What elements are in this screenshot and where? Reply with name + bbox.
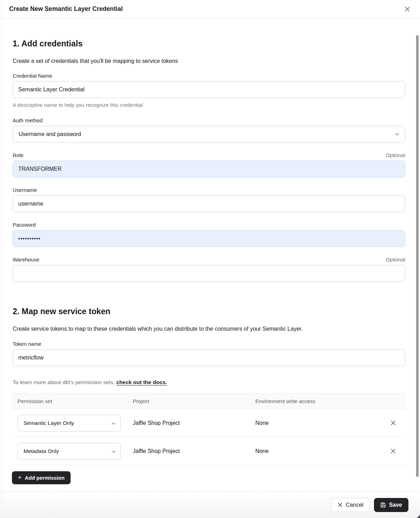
table-row: Semantic Layer Only Jaffle Shop Project … <box>13 409 405 437</box>
chevron-down-icon <box>395 133 399 136</box>
username-input[interactable] <box>13 195 405 212</box>
header-project: Project <box>128 398 250 404</box>
add-permission-label: Add permission <box>25 475 65 481</box>
docs-note: To learn more about dbt's permission set… <box>13 379 405 386</box>
remove-permission-button[interactable] <box>388 418 398 428</box>
environment-write-access-cell: None <box>250 420 381 426</box>
remove-permission-button[interactable] <box>388 446 398 456</box>
credential-name-helper: A descriptive name to help you recognize… <box>13 102 405 108</box>
project-cell: Jaffle Shop Project <box>128 448 250 454</box>
password-label: Password <box>13 222 36 228</box>
scrollbar[interactable] <box>416 35 419 477</box>
close-icon <box>337 502 343 507</box>
permissions-table: Permission set Project Environment write… <box>13 393 405 465</box>
permission-set-select[interactable]: Semantic Layer Only <box>18 415 121 432</box>
chevron-down-icon <box>112 420 116 426</box>
credential-name-label: Credential Name <box>13 73 52 79</box>
auth-method-select[interactable]: Username and password <box>13 126 405 143</box>
token-name-input[interactable] <box>13 349 405 366</box>
auth-method-value: Username and password <box>19 131 81 137</box>
modal-header: Create New Semantic Layer Credential <box>0 0 420 18</box>
username-label: Username <box>13 187 37 193</box>
page-edge <box>2 0 2 518</box>
permission-set-select[interactable]: Metadata Only <box>18 443 121 460</box>
modal-body: 1. Add credentials Create a set of crede… <box>0 39 420 484</box>
docs-link[interactable]: check out the docs. <box>116 379 167 385</box>
warehouse-input[interactable] <box>13 265 405 282</box>
environment-write-access-cell: None <box>250 448 381 454</box>
chevron-down-icon <box>112 448 116 454</box>
close-button[interactable] <box>402 4 412 14</box>
password-input[interactable] <box>13 230 405 247</box>
docs-note-text: To learn more about dbt's permission set… <box>13 379 116 385</box>
cancel-button[interactable]: Cancel <box>331 498 370 512</box>
permissions-table-header: Permission set Project Environment write… <box>13 394 405 409</box>
token-section-description: Create service tokens to map to these cr… <box>13 325 405 332</box>
role-input[interactable] <box>13 161 405 177</box>
cancel-button-label: Cancel <box>346 502 363 508</box>
remove-icon <box>390 448 396 454</box>
save-icon <box>380 502 386 508</box>
permission-set-value: Metadata Only <box>24 448 59 454</box>
modal-footer: Cancel Save <box>0 491 420 518</box>
save-button-label: Save <box>389 502 402 508</box>
remove-icon <box>390 420 396 426</box>
header-permission-set: Permission set <box>13 398 128 404</box>
add-permission-button[interactable]: + Add permission <box>12 471 71 484</box>
warehouse-optional-tag: Optional <box>386 257 405 263</box>
modal-title: Create New Semantic Layer Credential <box>9 5 123 13</box>
section-description: Create a set of credentials that you'll … <box>13 58 405 65</box>
role-optional-tag: Optional <box>386 152 405 158</box>
role-label: Role <box>13 152 24 158</box>
auth-method-label: Auth method <box>13 117 42 123</box>
token-name-label: Token name <box>13 341 41 347</box>
warehouse-label: Warehouse <box>13 257 39 263</box>
close-icon <box>403 5 411 13</box>
save-button[interactable]: Save <box>374 498 408 512</box>
header-environment-write-access: Environment write access <box>250 398 381 404</box>
section-heading-add-credentials: 1. Add credentials <box>13 39 405 48</box>
section-heading-map-token: 2. Map new service token <box>13 306 405 316</box>
project-cell: Jaffle Shop Project <box>128 420 250 426</box>
credential-name-input[interactable] <box>13 81 405 98</box>
permission-set-value: Semantic Layer Only <box>24 420 74 426</box>
plus-icon: + <box>18 474 22 481</box>
table-row: Metadata Only Jaffle Shop Project None <box>13 437 405 465</box>
